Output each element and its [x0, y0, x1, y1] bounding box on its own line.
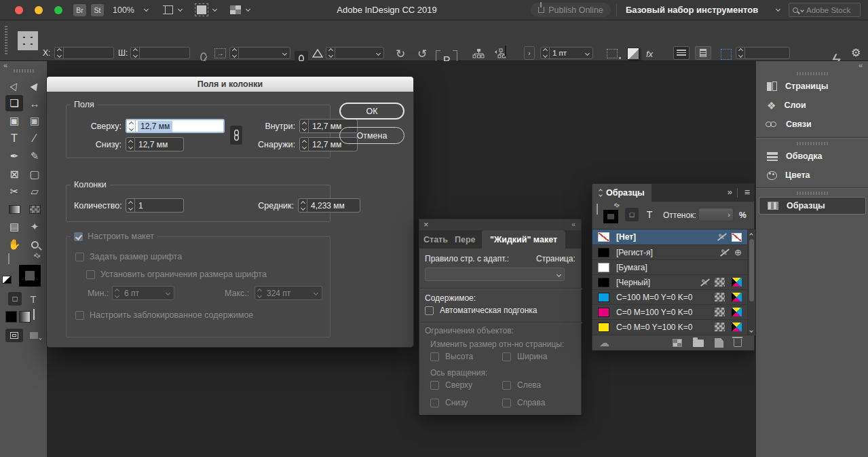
dock-drag-handle[interactable]	[797, 142, 828, 145]
traffic-minimize-button[interactable]	[35, 6, 43, 14]
gutter-stepper[interactable]	[299, 199, 307, 212]
cc-libraries-icon[interactable]: ☁	[599, 337, 609, 349]
tools-drag-handle[interactable]	[14, 69, 34, 73]
panel-minimize-icon[interactable]	[599, 189, 602, 196]
locked-content-checkbox[interactable]	[75, 311, 84, 320]
text-wrap-none-button[interactable]	[673, 46, 690, 60]
tool-color-theme[interactable]: ✦	[26, 219, 43, 235]
window-arrange-chevron-icon[interactable]	[246, 7, 250, 12]
window-arrange-icon[interactable]	[230, 5, 241, 14]
margin-outside-stepper[interactable]	[300, 138, 309, 151]
x-input[interactable]	[54, 47, 114, 59]
tool-frame[interactable]: ⊠	[5, 166, 23, 182]
apply-none-button[interactable]	[33, 309, 35, 320]
traffic-close-button[interactable]	[15, 6, 23, 14]
swatch-row[interactable]: C=0 M=0 Y=100 K=0	[592, 319, 747, 334]
publish-online-button[interactable]: Publish Online	[531, 3, 611, 17]
view-mode-preview-button[interactable]	[29, 329, 42, 342]
tool-pencil[interactable]: ✎	[26, 148, 43, 164]
tool-pen[interactable]: ✒	[5, 148, 23, 164]
tab-overrides[interactable]: Пере	[455, 235, 476, 244]
tool-line[interactable]: ∕	[26, 130, 43, 147]
tool-scissors[interactable]: ✂	[5, 183, 23, 200]
select-content-up-button[interactable]	[470, 46, 487, 61]
tool-content-placer[interactable]: ▣	[26, 113, 43, 129]
gutter-field[interactable]: 4,233 мм	[298, 198, 360, 213]
dock-item-stroke[interactable]: Обводка	[759, 147, 866, 165]
font-size-checkbox[interactable]	[75, 253, 84, 261]
swatch-row[interactable]: [Бумага]	[592, 259, 747, 274]
swatch-row[interactable]: [Черный] ✎	[592, 274, 747, 289]
autofit-checkbox[interactable]	[425, 306, 434, 315]
scale-x-input[interactable]	[229, 47, 290, 59]
scroll-up-icon[interactable]	[749, 233, 753, 237]
swatches-stroke-proxy[interactable]	[603, 210, 618, 223]
dock-item-pages[interactable]: Страницы	[759, 77, 866, 95]
swatches-tab[interactable]: Образцы	[592, 184, 652, 202]
dock-item-layers[interactable]: ❖ Слои	[759, 96, 866, 114]
panel-collapse-icon[interactable]: «	[571, 220, 575, 228]
traffic-zoom-button[interactable]	[54, 6, 62, 14]
formatting-text-button[interactable]: T	[27, 292, 39, 306]
columns-count-stepper[interactable]	[126, 199, 135, 212]
workspace-chevron-icon[interactable]	[776, 7, 780, 12]
object-style-input[interactable]	[736, 47, 790, 59]
new-swatch-group-icon[interactable]	[673, 339, 682, 347]
dock-item-swatches[interactable]: Образцы	[759, 197, 866, 215]
swatches-text-button[interactable]: T	[644, 208, 655, 221]
zoom-level-select[interactable]: 100%	[113, 5, 134, 15]
ok-button[interactable]: ОК	[339, 103, 404, 120]
dock-drag-handle[interactable]	[797, 191, 828, 195]
min-stepper[interactable]	[113, 287, 121, 299]
apply-gradient-button[interactable]	[19, 311, 31, 323]
rule-select[interactable]	[425, 268, 565, 281]
min-select[interactable]: 6 пт	[112, 286, 174, 300]
tool-note[interactable]: ▤	[5, 219, 23, 235]
tool-free-transform[interactable]: ▱	[26, 183, 43, 200]
columns-count-field[interactable]: 1	[126, 198, 184, 213]
proxy-swap-icon[interactable]: ⇄	[613, 201, 621, 209]
toolbar-stroke-swatch[interactable]	[19, 265, 41, 287]
swatches-menu-icon[interactable]: ≡	[744, 187, 750, 198]
delete-swatch-icon[interactable]	[734, 339, 742, 347]
swatch-row[interactable]: [Регист-я] ✎ ⊕	[592, 244, 747, 259]
stock-button[interactable]: St	[91, 4, 104, 16]
zoom-level-chevron-icon[interactable]	[144, 7, 149, 12]
cancel-button[interactable]: Отмена	[339, 127, 404, 144]
width-stepper[interactable]	[131, 48, 140, 58]
tab-articles[interactable]: Стать	[423, 235, 448, 244]
rotate-cw-button[interactable]: ↻	[392, 46, 409, 61]
dialog-titlebar[interactable]: Поля и колонки	[47, 77, 413, 92]
width-input[interactable]	[130, 47, 190, 59]
tint-expand-icon[interactable]: ›	[728, 211, 730, 219]
tool-type[interactable]: T	[5, 130, 23, 147]
screen-mode-chevron-icon[interactable]	[212, 7, 217, 12]
rotate-ccw-button[interactable]: ↺	[414, 46, 430, 61]
margin-top-field[interactable]: 12,7 мм	[126, 119, 225, 133]
swatches-container-button[interactable]: □	[625, 208, 639, 221]
max-select[interactable]: 324 пт	[254, 286, 322, 300]
tool-content-collector[interactable]: ▣	[5, 113, 23, 129]
tool-rectangle[interactable]: ▢	[26, 166, 43, 182]
swatch-row[interactable]: C=0 M=100 Y=0 K=0	[592, 304, 747, 319]
new-swatch-icon[interactable]	[715, 338, 723, 348]
tint-input[interactable]: ›	[698, 208, 734, 221]
corner-options-menu-dot[interactable]	[619, 57, 621, 59]
fill-color-swatch[interactable]	[505, 45, 506, 56]
view-options-icon[interactable]	[163, 5, 173, 14]
margin-bottom-field[interactable]: 12,7 мм	[126, 137, 184, 151]
pin-top-checkbox[interactable]	[430, 381, 439, 390]
dock-collapse-icon[interactable]: «	[858, 61, 863, 69]
close-icon[interactable]: ×	[423, 219, 429, 230]
workspace-switcher[interactable]: Базовый набор инструментов	[626, 5, 758, 15]
search-scope-chevron-icon[interactable]	[800, 8, 804, 12]
view-mode-normal-button[interactable]	[5, 329, 23, 342]
pin-bottom-checkbox[interactable]	[430, 399, 439, 407]
swatches-fill-proxy[interactable]	[597, 204, 598, 215]
tool-gradient-feather[interactable]	[26, 201, 43, 217]
width-checkbox[interactable]	[502, 352, 511, 361]
pin-left-checkbox[interactable]	[502, 381, 511, 390]
panel-gear-icon[interactable]: ⚙	[851, 46, 861, 59]
bridge-button[interactable]: Br	[73, 4, 86, 16]
height-checkbox[interactable]	[430, 352, 439, 361]
